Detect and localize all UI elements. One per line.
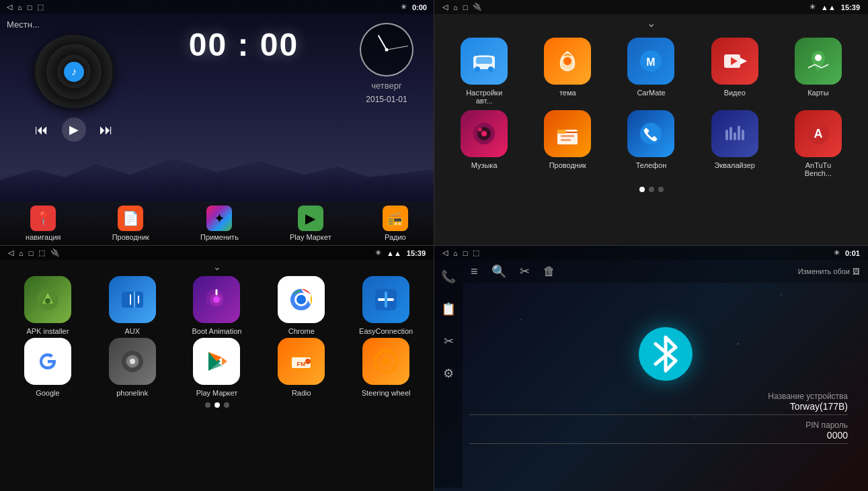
music-time-display: 00 : 00	[189, 26, 299, 63]
app-video[interactable]: Видео	[696, 38, 774, 105]
back-icon-tr[interactable]: ◁	[442, 3, 448, 11]
window-icon-bl[interactable]: □	[29, 249, 34, 257]
sidebar-phone-icon[interactable]: 📞	[438, 267, 459, 287]
navigation-icon: 📍	[30, 206, 56, 231]
boot-label: Boot Animation	[192, 327, 241, 335]
window-icon-br[interactable]: □	[463, 249, 468, 257]
google-icon	[24, 338, 71, 385]
wifi-icon-tr: ▲▲	[821, 3, 836, 11]
app-phonelink[interactable]: phonelink	[91, 338, 173, 397]
sidebar-br: 📞 📋 ✂ ⚙	[434, 260, 463, 488]
music-center-column: 00 : 00	[141, 19, 346, 146]
status-right-bl: ✳ ▲▲ 15:39	[375, 249, 426, 257]
edit-icon[interactable]: ✂	[520, 264, 530, 279]
app-theme[interactable]: тема	[528, 38, 606, 105]
device-name-value: Torway(177B)	[469, 401, 848, 415]
panel-music-player: ◁ ⌂ □ ⬚ ✳ 0:00 Местн... ♪ ⏮ ▶ ⏭ 00 : 00	[0, 0, 434, 245]
nav-icons-br: ◁ ⌂ □ ⬚	[442, 249, 479, 257]
usb-icon-bl: 🔌	[50, 249, 60, 257]
screenshot-icon[interactable]: ⬚	[37, 3, 44, 11]
svg-rect-32	[138, 296, 139, 304]
phone-label: Телефон	[636, 161, 667, 169]
sidebar-contacts-icon[interactable]: 📋	[438, 299, 459, 319]
maps-label: Карты	[807, 89, 828, 97]
boot-icon	[193, 276, 240, 323]
status-right-tl: ✳ 0:00	[401, 3, 427, 11]
app-steering-wheel[interactable]: Steering wheel	[345, 338, 427, 397]
app-radio-bl[interactable]: FM Radio	[260, 338, 342, 397]
settings-car-label: Настройки авт...	[457, 89, 511, 105]
play-button[interactable]: ▶	[62, 118, 86, 142]
app-music[interactable]: Музыка	[445, 110, 523, 177]
status-bar-tl: ◁ ⌂ □ ⬚ ✳ 0:00	[0, 0, 434, 14]
wallpaper-button[interactable]: Изменить обои 🖼	[798, 267, 860, 275]
steering-label: Steering wheel	[362, 389, 411, 397]
window-icon[interactable]: □	[28, 3, 32, 11]
sidebar-recent-icon[interactable]: ✂	[441, 331, 457, 351]
back-icon-br[interactable]: ◁	[442, 249, 448, 257]
play-center-icon: ♪	[64, 62, 84, 82]
screenshot-icon-br[interactable]: ⬚	[473, 249, 479, 257]
app-playmarket-tl[interactable]: ▶ Play Маркет	[290, 206, 331, 241]
back-icon[interactable]: ◁	[7, 3, 12, 11]
home-icon-bl[interactable]: ⌂	[19, 249, 24, 257]
antutu-label: AnTuTu Bench...	[791, 161, 845, 177]
explorer-icon-tl: 📄	[118, 206, 143, 231]
vinyl-disc: ♪	[34, 35, 114, 108]
app-radio-tl[interactable]: 📻 Радио	[383, 206, 408, 241]
search-icon[interactable]: 🔍	[491, 264, 506, 279]
svg-line-60	[377, 363, 383, 367]
steering-icon	[362, 338, 409, 385]
sidebar-settings-icon[interactable]: ⚙	[440, 363, 457, 384]
app-settings-car[interactable]: Настройки авт...	[445, 38, 523, 105]
app-explorer-tr[interactable]: Проводник	[528, 110, 606, 177]
app-boot-animation[interactable]: Boot Animation	[176, 276, 258, 335]
window-icon-tr[interactable]: □	[463, 3, 468, 11]
music-right-column: четверг 2015-01-01	[346, 19, 427, 146]
home-icon-br[interactable]: ⌂	[453, 249, 458, 257]
phonelink-icon	[109, 338, 156, 385]
app-easy-connection[interactable]: EasyConnection	[345, 276, 427, 335]
app-maps[interactable]: Карты	[779, 38, 857, 105]
app-equalizer[interactable]: Эквалайзер	[696, 110, 774, 177]
status-right-tr: ✳ ▲▲ 15:39	[810, 3, 860, 11]
svg-rect-3	[476, 57, 492, 64]
next-button[interactable]: ⏭	[100, 122, 113, 138]
svg-rect-23	[738, 126, 740, 140]
app-chrome[interactable]: Chrome	[260, 276, 342, 335]
app-explorer-tl[interactable]: 📄 Проводник	[112, 206, 149, 241]
home-icon-tr[interactable]: ⌂	[453, 3, 458, 11]
app-navigation[interactable]: 📍 навигация	[26, 206, 61, 241]
app-apk-installer[interactable]: APK installer	[7, 276, 89, 335]
wifi-icon-bl: ▲▲	[387, 249, 401, 257]
dot-2-bl	[214, 402, 220, 408]
settings-car-icon	[461, 38, 508, 85]
dot-1-bl	[205, 402, 210, 408]
app-carmate[interactable]: M CarMate	[612, 38, 690, 105]
app-antutu[interactable]: A AnTuTu Bench...	[779, 110, 857, 177]
app-aux[interactable]: AUX	[91, 276, 173, 335]
delete-icon[interactable]: 🗑	[543, 265, 555, 279]
bottom-app-bar: 📍 навигация 📄 Проводник ✦ Применить ▶ Pl…	[0, 202, 434, 245]
chevron-bl[interactable]: ⌄	[0, 260, 434, 273]
explorer-label-tl: Проводник	[112, 233, 149, 241]
svg-point-58	[383, 358, 389, 365]
prev-button[interactable]: ⏮	[35, 122, 48, 138]
svg-marker-8	[740, 58, 747, 64]
back-icon-bl[interactable]: ◁	[8, 249, 13, 257]
status-bar-tr: ◁ ⌂ □ 🔌 ✳ ▲▲ 15:39	[434, 0, 868, 14]
home-icon[interactable]: ⌂	[17, 3, 22, 11]
svg-point-19	[640, 123, 662, 144]
play-market-label-bl: Play Маркет	[196, 389, 238, 397]
app-google[interactable]: Google	[7, 338, 89, 397]
list-icon[interactable]: ≡	[471, 265, 478, 279]
chevron-tr[interactable]: ⌄	[434, 14, 868, 32]
svg-rect-29	[122, 292, 143, 308]
app-play-market-bl[interactable]: Play Маркет	[176, 338, 258, 397]
page-indicator-tr	[434, 183, 868, 196]
device-name-label: Название устройства	[469, 392, 848, 401]
app-phone[interactable]: Телефон	[612, 110, 690, 177]
screenshot-icon-bl[interactable]: ⬚	[38, 249, 45, 257]
app-apply[interactable]: ✦ Применить	[200, 206, 239, 241]
bluetooth-content: Название устройства Torway(177B) PIN пар…	[463, 283, 868, 488]
